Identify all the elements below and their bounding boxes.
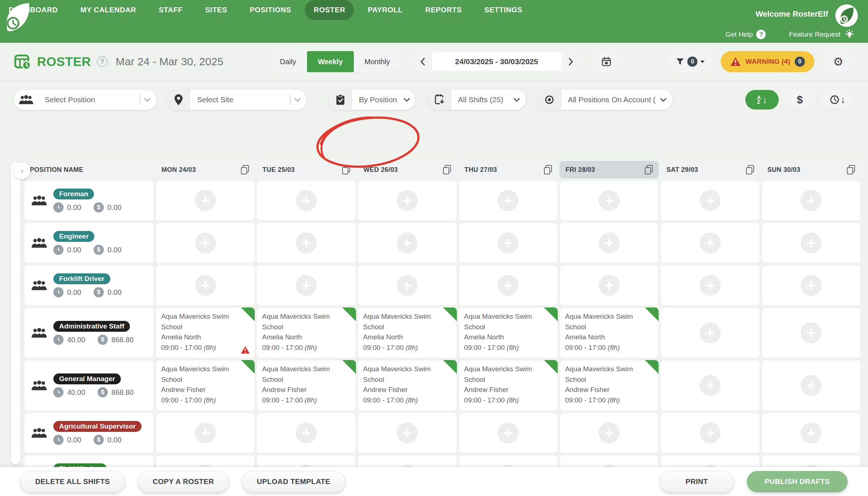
- copy-day-icon[interactable]: [645, 165, 653, 174]
- shift-cell-general-manager-mon-24-03[interactable]: Aqua Mavericks Swim SchoolAndrew Fisher0…: [156, 360, 255, 411]
- copy-day-icon[interactable]: [847, 165, 855, 174]
- add-shift-button[interactable]: +: [700, 422, 721, 443]
- add-shift-button[interactable]: +: [599, 275, 620, 296]
- copy-day-icon[interactable]: [241, 165, 249, 174]
- add-shift-button[interactable]: +: [599, 422, 620, 443]
- view-toggle-monthly[interactable]: Monthly: [354, 51, 401, 72]
- warning-button[interactable]: WARNING (4) 0: [721, 51, 814, 72]
- add-shift-button[interactable]: +: [397, 232, 418, 253]
- people-icon: [31, 327, 48, 338]
- shift-cell-general-manager-fri-28-03[interactable]: Aqua Mavericks Swim SchoolAndrew Fisher0…: [560, 360, 659, 411]
- publish-drafts-button[interactable]: PUBLISH DRAFTS: [747, 471, 848, 492]
- get-help-link[interactable]: Get Help ?: [725, 30, 766, 39]
- add-shift-button[interactable]: +: [498, 232, 519, 253]
- add-shift-button[interactable]: +: [700, 232, 721, 253]
- sort-cost-button[interactable]: $: [783, 90, 816, 109]
- expand-rail-button[interactable]: ›: [14, 162, 30, 179]
- add-shift-button[interactable]: +: [296, 190, 317, 211]
- settings-button[interactable]: ⚙: [822, 51, 854, 72]
- add-shift-button[interactable]: +: [498, 422, 519, 443]
- position-row-agricultural-supervisor[interactable]: Agricultural Supervisor0.00$0.00: [24, 413, 154, 453]
- shift-cell-general-manager-thu-27-03[interactable]: Aqua Mavericks Swim SchoolAndrew Fisher0…: [459, 360, 558, 411]
- shift-staff: Andrew Fisher: [565, 385, 653, 395]
- view-toggle-daily[interactable]: Daily: [269, 51, 307, 72]
- add-shift-button[interactable]: +: [296, 232, 317, 253]
- date-range-input[interactable]: 24/03/2025 - 30/03/2025: [432, 53, 561, 71]
- select-site-dropdown[interactable]: Select Site: [166, 89, 307, 110]
- nav-item-payroll[interactable]: PAYROLL: [359, 0, 411, 20]
- position-stats: 40.00$868.80: [53, 335, 134, 345]
- shift-cell-general-manager-tue-25-03[interactable]: Aqua Mavericks Swim SchoolAndrew Fisher0…: [257, 360, 356, 411]
- empty-cell-foreman-thu-27-03: +: [459, 180, 558, 221]
- nav-item-positions[interactable]: POSITIONS: [241, 0, 300, 20]
- nav-item-settings[interactable]: SETTINGS: [476, 0, 531, 20]
- add-shift-button[interactable]: +: [296, 275, 317, 296]
- nav-item-reports[interactable]: REPORTS: [417, 0, 471, 20]
- add-shift-button[interactable]: +: [700, 190, 721, 211]
- add-shift-button[interactable]: +: [498, 275, 519, 296]
- position-row-administrative-staff[interactable]: Administrative Staff40.00$868.80: [24, 307, 154, 358]
- feature-request-link[interactable]: Feature Request: [789, 29, 855, 40]
- shift-cell-administrative-staff-fri-28-03[interactable]: Aqua Mavericks Swim SchoolAmelia North09…: [560, 307, 659, 358]
- add-shift-button[interactable]: +: [801, 190, 822, 211]
- add-shift-button[interactable]: +: [195, 275, 216, 296]
- add-shift-button[interactable]: +: [801, 322, 822, 343]
- prev-week-button[interactable]: [415, 53, 430, 71]
- shift-cell-administrative-staff-mon-24-03[interactable]: Aqua Mavericks Swim SchoolAmelia North09…: [156, 307, 255, 358]
- nav-item-roster[interactable]: ROSTER: [305, 0, 354, 20]
- filter-button[interactable]: 0: [668, 51, 713, 72]
- sort-alpha-button[interactable]: AZ ↓: [745, 90, 779, 109]
- add-shift-button[interactable]: +: [397, 190, 418, 211]
- empty-cell-engineer-sun-30-03: +: [762, 223, 861, 263]
- empty-cell-administrative-staff-sat-29-03: +: [660, 307, 760, 358]
- sort-time-button[interactable]: ↓: [821, 90, 854, 109]
- position-row-engineer[interactable]: Engineer0.00$0.00: [24, 223, 154, 263]
- nav-item-my-calendar[interactable]: MY CALENDAR: [71, 0, 145, 20]
- add-shift-button[interactable]: +: [801, 422, 822, 443]
- view-toggle-weekly[interactable]: Weekly: [307, 51, 354, 72]
- add-shift-button[interactable]: +: [599, 232, 620, 253]
- nav-item-sites[interactable]: SITES: [196, 0, 236, 20]
- nav-item-staff[interactable]: STAFF: [150, 0, 191, 20]
- rosterelf-logo-icon[interactable]: [4, 1, 31, 33]
- copy-a-roster-button[interactable]: COPY A ROSTER: [138, 471, 229, 492]
- add-shift-button[interactable]: +: [801, 375, 822, 396]
- add-shift-button[interactable]: +: [498, 190, 519, 211]
- empty-cell-engineer-tue-25-03: +: [257, 223, 356, 263]
- calendar-picker-button[interactable]: [590, 51, 622, 72]
- shift-cell-general-manager-wed-26-03[interactable]: Aqua Mavericks Swim SchoolAndrew Fisher0…: [358, 360, 457, 411]
- position-row-forklift-driver[interactable]: Forklift Driver0.00$0.00: [24, 265, 154, 306]
- add-shift-button[interactable]: +: [700, 322, 721, 343]
- add-shift-button[interactable]: +: [801, 275, 822, 296]
- shift-cell-administrative-staff-tue-25-03[interactable]: Aqua Mavericks Swim SchoolAmelia North09…: [257, 307, 356, 358]
- position-row-general-manager[interactable]: General Manager40.00$868.80: [24, 360, 154, 411]
- add-shift-button[interactable]: +: [195, 422, 216, 443]
- add-shift-button[interactable]: +: [599, 190, 620, 211]
- add-shift-button[interactable]: +: [296, 422, 317, 443]
- copy-day-icon[interactable]: [443, 165, 451, 174]
- print-button[interactable]: PRINT: [660, 471, 734, 492]
- shifts-filter-dropdown[interactable]: All Shifts (25): [427, 89, 526, 110]
- avatar[interactable]: [835, 4, 858, 27]
- position-row-foreman[interactable]: Foreman0.00$0.00: [24, 180, 154, 221]
- add-shift-button[interactable]: +: [397, 275, 418, 296]
- shift-cell-administrative-staff-thu-27-03[interactable]: Aqua Mavericks Swim SchoolAmelia North09…: [459, 307, 558, 358]
- copy-day-icon[interactable]: [342, 165, 350, 174]
- upload-template-button[interactable]: UPLOAD TEMPLATE: [242, 471, 345, 492]
- copy-day-icon[interactable]: [746, 165, 754, 174]
- select-position-dropdown[interactable]: Select Position: [14, 89, 157, 110]
- add-shift-button[interactable]: +: [801, 232, 822, 253]
- add-shift-button[interactable]: +: [700, 375, 721, 396]
- copy-day-icon[interactable]: [544, 165, 552, 174]
- roster-help-icon[interactable]: ?: [97, 56, 108, 67]
- add-shift-button[interactable]: +: [195, 232, 216, 253]
- add-shift-button[interactable]: +: [397, 422, 418, 443]
- group-by-dropdown[interactable]: By Position: [328, 89, 415, 110]
- positions-scope-dropdown[interactable]: All Positions On Account (: [537, 89, 673, 110]
- shift-cell-administrative-staff-wed-26-03[interactable]: Aqua Mavericks Swim SchoolAmelia North09…: [358, 307, 457, 358]
- shift-staff: Amelia North: [363, 332, 451, 343]
- next-week-button[interactable]: [564, 53, 578, 71]
- delete-all-shifts-button[interactable]: DELETE ALL SHIFTS: [20, 471, 125, 492]
- add-shift-button[interactable]: +: [700, 275, 721, 296]
- add-shift-button[interactable]: +: [195, 190, 216, 211]
